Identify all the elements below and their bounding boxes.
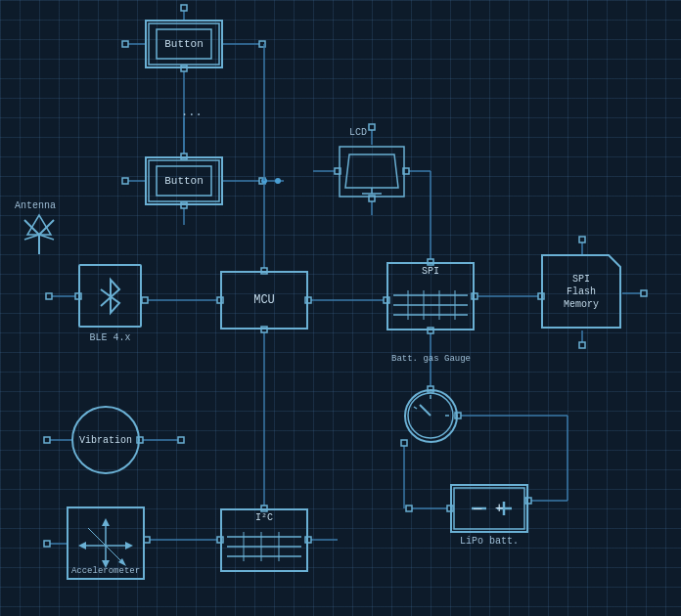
svg-point-23 <box>261 178 267 184</box>
button2-component: Button <box>145 156 223 205</box>
batt-gauge-icon <box>406 391 456 441</box>
svg-point-15 <box>275 178 281 184</box>
lipo-icon: – + <box>452 486 526 531</box>
ble-label: BLE 4.x <box>89 332 130 343</box>
lipo-label: LiPo batt. <box>460 536 519 547</box>
svg-rect-120 <box>454 488 524 529</box>
spi-component: SPI <box>386 262 475 330</box>
svg-marker-112 <box>125 542 133 550</box>
i2c-label: I²C <box>255 512 273 523</box>
diagram-container: .wire { stroke: #3a7aaa; stroke-width: 1… <box>0 0 681 616</box>
lipo-component: – + LiPo batt. <box>450 484 528 533</box>
vibration-label: Vibration <box>79 435 132 446</box>
svg-marker-111 <box>78 542 86 550</box>
vibration-component: Vibration <box>71 406 140 474</box>
svg-marker-90 <box>345 154 398 188</box>
svg-rect-1 <box>181 5 187 11</box>
button2-label: Button <box>164 175 204 187</box>
svg-rect-42 <box>44 437 50 443</box>
svg-rect-45 <box>178 437 184 443</box>
mcu-label: MCU <box>253 293 275 307</box>
lcd-label: LCD <box>349 127 367 138</box>
svg-rect-11 <box>122 178 128 184</box>
batt-gauge-component: Batt. gas Gauge <box>404 389 458 443</box>
svg-rect-7 <box>259 41 265 47</box>
bluetooth-icon <box>93 272 127 321</box>
flash-label: SPI Flash Memory <box>561 273 602 311</box>
accelerometer-component: Accelerometer <box>67 506 145 580</box>
accelerometer-label: Accelerometer <box>71 566 140 576</box>
spi-label: SPI <box>422 266 439 277</box>
svg-rect-13 <box>259 178 265 184</box>
button1-label: Button <box>164 38 204 50</box>
svg-rect-37 <box>44 541 50 547</box>
ellipsis-label: ... <box>181 106 203 119</box>
svg-rect-50 <box>641 290 647 296</box>
svg-marker-109 <box>102 518 110 526</box>
lcd-component: LCD <box>338 145 406 203</box>
svg-marker-84 <box>27 215 51 235</box>
svg-rect-76 <box>406 506 412 511</box>
mcu-component: MCU <box>220 271 308 330</box>
i2c-component: I²C <box>220 508 308 572</box>
svg-line-119 <box>414 407 417 409</box>
svg-rect-40 <box>46 293 52 299</box>
batt-gauge-label: Batt. gas Gauge <box>391 354 471 364</box>
antenna-symbol <box>20 210 59 264</box>
button1-component: Button <box>145 20 223 68</box>
lcd-icon <box>338 145 406 198</box>
ble-component: BLE 4.x <box>78 264 142 328</box>
flash-memory-component: SPI Flash Memory <box>540 253 622 330</box>
svg-rect-5 <box>122 41 128 47</box>
i2c-bus-icon <box>222 522 306 570</box>
svg-rect-52 <box>579 237 585 242</box>
accelerometer-icon <box>76 516 135 570</box>
antenna-label: Antenna <box>15 200 56 211</box>
spi-bus-icon <box>388 276 473 329</box>
svg-line-116 <box>420 405 431 416</box>
svg-rect-20 <box>142 297 148 303</box>
svg-rect-54 <box>579 342 585 348</box>
antenna-icon <box>20 210 59 259</box>
svg-text:+: + <box>495 500 503 515</box>
svg-text:–: – <box>474 500 482 515</box>
svg-rect-63 <box>369 124 375 130</box>
